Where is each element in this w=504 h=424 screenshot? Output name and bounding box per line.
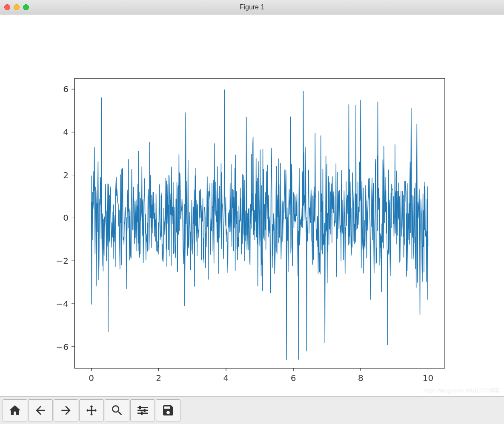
home-icon — [8, 404, 22, 417]
svg-rect-28 — [137, 410, 148, 411]
y-ticks: −6−4−20246 — [56, 84, 74, 352]
titlebar: Figure 1 — [0, 0, 504, 14]
svg-text:−4: −4 — [56, 299, 69, 309]
svg-text:6: 6 — [291, 373, 296, 383]
forward-button[interactable] — [54, 399, 78, 421]
zoom-button[interactable] — [105, 399, 129, 421]
window-maximize-button[interactable] — [23, 4, 29, 10]
back-arrow-icon — [34, 404, 47, 417]
plot-canvas[interactable]: 0246810 −6−4−20246 https://blog.csdn @51… — [0, 14, 504, 396]
save-icon — [161, 404, 175, 417]
svg-rect-27 — [137, 407, 148, 408]
window-title: Figure 1 — [240, 3, 265, 11]
svg-text:4: 4 — [223, 373, 229, 383]
svg-text:−2: −2 — [56, 256, 69, 266]
svg-text:0: 0 — [89, 373, 94, 383]
svg-text:−6: −6 — [56, 342, 69, 352]
home-button[interactable] — [3, 399, 27, 421]
window-close-button[interactable] — [4, 4, 10, 10]
svg-text:2: 2 — [63, 170, 69, 180]
line-series — [92, 90, 428, 360]
svg-rect-30 — [139, 406, 141, 409]
back-button[interactable] — [28, 399, 53, 421]
x-ticks: 0246810 — [89, 368, 433, 383]
window-minimize-button[interactable] — [14, 4, 20, 10]
svg-text:8: 8 — [358, 373, 364, 383]
pan-button[interactable] — [79, 399, 104, 421]
svg-rect-32 — [141, 412, 143, 415]
svg-text:0: 0 — [63, 213, 69, 223]
sliders-icon — [136, 404, 149, 417]
svg-text:10: 10 — [423, 373, 433, 383]
watermark-text: https://blog.csdn @51CTO博客 — [424, 387, 500, 395]
zoom-icon — [110, 404, 124, 417]
configure-button[interactable] — [130, 399, 155, 421]
plot-svg: 0246810 −6−4−20246 — [0, 14, 504, 396]
svg-text:4: 4 — [63, 127, 69, 137]
svg-rect-31 — [144, 409, 146, 412]
traffic-lights — [4, 4, 29, 10]
pan-icon — [85, 404, 98, 417]
svg-text:2: 2 — [156, 373, 161, 383]
matplotlib-toolbar — [0, 396, 504, 424]
svg-text:6: 6 — [63, 84, 69, 94]
save-button[interactable] — [156, 399, 180, 421]
forward-arrow-icon — [59, 404, 73, 417]
